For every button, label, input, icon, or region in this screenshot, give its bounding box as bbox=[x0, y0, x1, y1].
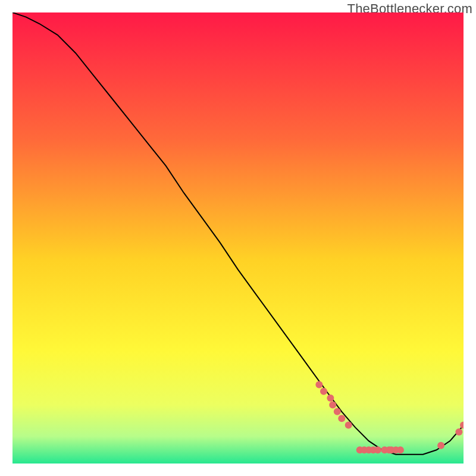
data-marker bbox=[329, 402, 336, 409]
data-marker bbox=[374, 446, 381, 453]
data-marker bbox=[455, 428, 462, 436]
data-marker bbox=[338, 415, 345, 422]
data-marker bbox=[315, 381, 322, 388]
chart-svg bbox=[12, 12, 464, 464]
chart-plot-area bbox=[12, 12, 464, 464]
gradient-background bbox=[12, 12, 464, 464]
data-marker bbox=[437, 442, 444, 449]
data-marker bbox=[345, 422, 352, 429]
data-marker bbox=[320, 388, 327, 395]
chart-stage: TheBottlenecker.com bbox=[0, 0, 476, 476]
data-marker bbox=[334, 408, 341, 415]
data-marker bbox=[327, 394, 334, 402]
data-marker bbox=[397, 446, 404, 453]
